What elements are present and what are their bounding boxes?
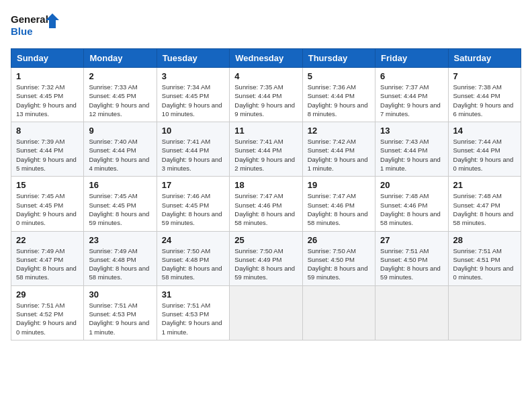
day-info: Sunrise: 7:51 AMSunset: 4:53 PMDaylight:… [89,301,151,336]
day-number: 2 [89,71,151,81]
day-cell-5: 5Sunrise: 7:36 AMSunset: 4:44 PMDaylight… [302,68,375,122]
day-number: 7 [453,71,516,81]
svg-text:General: General [11,13,48,25]
day-info: Sunrise: 7:32 AMSunset: 4:45 PMDaylight:… [16,83,79,118]
day-number: 8 [16,126,79,136]
calendar-header-wednesday: Wednesday [230,49,302,68]
day-info: Sunrise: 7:41 AMSunset: 4:44 PMDaylight:… [234,137,297,173]
day-number: 10 [162,126,224,136]
day-info: Sunrise: 7:45 AMSunset: 4:45 PMDaylight:… [89,191,151,227]
calendar-header-sunday: Sunday [11,49,84,68]
day-cell-23: 23Sunrise: 7:49 AMSunset: 4:48 PMDayligh… [84,231,157,285]
logo: General Blue [11,11,64,40]
calendar-header-saturday: Saturday [448,49,521,68]
day-info: Sunrise: 7:38 AMSunset: 4:44 PMDaylight:… [453,83,516,118]
day-cell-13: 13Sunrise: 7:43 AMSunset: 4:44 PMDayligh… [375,122,448,177]
calendar-header-tuesday: Tuesday [157,49,229,68]
day-info: Sunrise: 7:33 AMSunset: 4:45 PMDaylight:… [89,83,151,118]
day-number: 14 [453,126,516,136]
day-number: 25 [234,235,297,245]
day-cell-19: 19Sunrise: 7:47 AMSunset: 4:46 PMDayligh… [302,177,375,231]
day-info: Sunrise: 7:47 AMSunset: 4:46 PMDaylight:… [308,191,370,227]
day-number: 15 [16,180,79,190]
day-cell-18: 18Sunrise: 7:47 AMSunset: 4:46 PMDayligh… [230,177,302,231]
calendar-header-row: SundayMondayTuesdayWednesdayThursdayFrid… [11,49,521,68]
calendar-row-3: 15Sunrise: 7:45 AMSunset: 4:45 PMDayligh… [11,177,521,231]
day-number: 16 [89,180,151,190]
empty-cell [448,285,521,340]
day-number: 23 [89,235,151,245]
day-cell-31: 31Sunrise: 7:51 AMSunset: 4:53 PMDayligh… [157,285,229,340]
day-info: Sunrise: 7:35 AMSunset: 4:44 PMDaylight:… [234,83,297,118]
day-info: Sunrise: 7:37 AMSunset: 4:44 PMDaylight:… [380,83,443,118]
calendar-row-2: 8Sunrise: 7:39 AMSunset: 4:44 PMDaylight… [11,122,521,177]
day-info: Sunrise: 7:51 AMSunset: 4:53 PMDaylight:… [162,301,224,336]
empty-cell [375,285,448,340]
day-number: 4 [234,71,297,81]
day-cell-22: 22Sunrise: 7:49 AMSunset: 4:47 PMDayligh… [11,231,84,285]
day-cell-21: 21Sunrise: 7:48 AMSunset: 4:47 PMDayligh… [448,177,521,231]
day-cell-29: 29Sunrise: 7:51 AMSunset: 4:52 PMDayligh… [11,285,84,340]
day-info: Sunrise: 7:44 AMSunset: 4:44 PMDaylight:… [453,137,516,173]
day-number: 27 [380,235,443,245]
day-info: Sunrise: 7:40 AMSunset: 4:44 PMDaylight:… [89,137,151,173]
day-info: Sunrise: 7:41 AMSunset: 4:44 PMDaylight:… [162,137,224,173]
page-header: General Blue [11,11,521,40]
day-info: Sunrise: 7:36 AMSunset: 4:44 PMDaylight:… [308,83,370,118]
day-cell-3: 3Sunrise: 7:34 AMSunset: 4:45 PMDaylight… [157,68,229,122]
day-info: Sunrise: 7:51 AMSunset: 4:51 PMDaylight:… [453,246,516,282]
day-cell-14: 14Sunrise: 7:44 AMSunset: 4:44 PMDayligh… [448,122,521,177]
day-info: Sunrise: 7:49 AMSunset: 4:48 PMDaylight:… [89,246,151,282]
day-info: Sunrise: 7:50 AMSunset: 4:50 PMDaylight:… [308,246,370,282]
calendar-header-friday: Friday [375,49,448,68]
logo-svg: General Blue [11,11,64,40]
day-cell-12: 12Sunrise: 7:42 AMSunset: 4:44 PMDayligh… [302,122,375,177]
day-number: 6 [380,71,443,81]
day-number: 3 [162,71,224,81]
day-number: 11 [234,126,297,136]
day-info: Sunrise: 7:46 AMSunset: 4:45 PMDaylight:… [162,191,224,227]
day-cell-11: 11Sunrise: 7:41 AMSunset: 4:44 PMDayligh… [230,122,302,177]
day-cell-20: 20Sunrise: 7:48 AMSunset: 4:46 PMDayligh… [375,177,448,231]
empty-cell [230,285,302,340]
day-number: 20 [380,180,443,190]
day-number: 12 [308,126,370,136]
calendar-table: SundayMondayTuesdayWednesdayThursdayFrid… [11,48,521,340]
day-cell-30: 30Sunrise: 7:51 AMSunset: 4:53 PMDayligh… [84,285,157,340]
day-number: 13 [380,126,443,136]
day-number: 17 [162,180,224,190]
day-info: Sunrise: 7:42 AMSunset: 4:44 PMDaylight:… [308,137,370,173]
day-cell-24: 24Sunrise: 7:50 AMSunset: 4:48 PMDayligh… [157,231,229,285]
day-cell-2: 2Sunrise: 7:33 AMSunset: 4:45 PMDaylight… [84,68,157,122]
day-info: Sunrise: 7:34 AMSunset: 4:45 PMDaylight:… [162,83,224,118]
day-info: Sunrise: 7:51 AMSunset: 4:50 PMDaylight:… [380,246,443,282]
day-cell-8: 8Sunrise: 7:39 AMSunset: 4:44 PMDaylight… [11,122,84,177]
day-number: 24 [162,235,224,245]
day-info: Sunrise: 7:48 AMSunset: 4:47 PMDaylight:… [453,191,516,227]
day-info: Sunrise: 7:48 AMSunset: 4:46 PMDaylight:… [380,191,443,227]
day-number: 9 [89,126,151,136]
day-cell-6: 6Sunrise: 7:37 AMSunset: 4:44 PMDaylight… [375,68,448,122]
empty-cell [302,285,375,340]
day-info: Sunrise: 7:47 AMSunset: 4:46 PMDaylight:… [234,191,297,227]
day-number: 22 [16,235,79,245]
day-cell-10: 10Sunrise: 7:41 AMSunset: 4:44 PMDayligh… [157,122,229,177]
day-number: 1 [16,71,79,81]
day-number: 5 [308,71,370,81]
day-cell-28: 28Sunrise: 7:51 AMSunset: 4:51 PMDayligh… [448,231,521,285]
day-info: Sunrise: 7:50 AMSunset: 4:48 PMDaylight:… [162,246,224,282]
day-cell-4: 4Sunrise: 7:35 AMSunset: 4:44 PMDaylight… [230,68,302,122]
day-number: 26 [308,235,370,245]
day-number: 29 [16,289,79,300]
day-cell-1: 1Sunrise: 7:32 AMSunset: 4:45 PMDaylight… [11,68,84,122]
calendar-row-1: 1Sunrise: 7:32 AMSunset: 4:45 PMDaylight… [11,68,521,122]
day-info: Sunrise: 7:45 AMSunset: 4:45 PMDaylight:… [16,191,79,227]
calendar-row-4: 22Sunrise: 7:49 AMSunset: 4:47 PMDayligh… [11,231,521,285]
calendar-header-thursday: Thursday [302,49,375,68]
day-info: Sunrise: 7:51 AMSunset: 4:52 PMDaylight:… [16,301,79,336]
day-cell-7: 7Sunrise: 7:38 AMSunset: 4:44 PMDaylight… [448,68,521,122]
day-cell-25: 25Sunrise: 7:50 AMSunset: 4:49 PMDayligh… [230,231,302,285]
svg-text:Blue: Blue [11,26,33,37]
calendar-header-monday: Monday [84,49,157,68]
day-info: Sunrise: 7:39 AMSunset: 4:44 PMDaylight:… [16,137,79,173]
